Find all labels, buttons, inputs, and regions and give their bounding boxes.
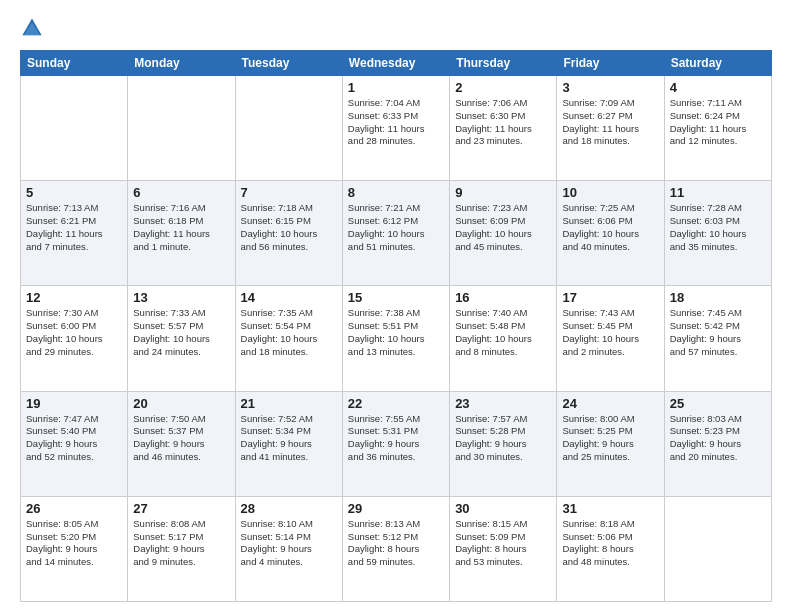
calendar-cell: 25Sunrise: 8:03 AM Sunset: 5:23 PM Dayli… (664, 391, 771, 496)
calendar-cell (235, 76, 342, 181)
day-number: 27 (133, 501, 229, 516)
day-number: 13 (133, 290, 229, 305)
day-info: Sunrise: 8:15 AM Sunset: 5:09 PM Dayligh… (455, 518, 551, 569)
calendar-cell: 7Sunrise: 7:18 AM Sunset: 6:15 PM Daylig… (235, 181, 342, 286)
day-info: Sunrise: 7:55 AM Sunset: 5:31 PM Dayligh… (348, 413, 444, 464)
calendar-cell: 19Sunrise: 7:47 AM Sunset: 5:40 PM Dayli… (21, 391, 128, 496)
calendar-cell (664, 496, 771, 601)
day-info: Sunrise: 7:04 AM Sunset: 6:33 PM Dayligh… (348, 97, 444, 148)
calendar-cell: 2Sunrise: 7:06 AM Sunset: 6:30 PM Daylig… (450, 76, 557, 181)
calendar-cell: 27Sunrise: 8:08 AM Sunset: 5:17 PM Dayli… (128, 496, 235, 601)
day-number: 19 (26, 396, 122, 411)
calendar-cell: 20Sunrise: 7:50 AM Sunset: 5:37 PM Dayli… (128, 391, 235, 496)
day-info: Sunrise: 7:28 AM Sunset: 6:03 PM Dayligh… (670, 202, 766, 253)
day-info: Sunrise: 7:57 AM Sunset: 5:28 PM Dayligh… (455, 413, 551, 464)
day-info: Sunrise: 8:10 AM Sunset: 5:14 PM Dayligh… (241, 518, 337, 569)
day-info: Sunrise: 7:45 AM Sunset: 5:42 PM Dayligh… (670, 307, 766, 358)
calendar-header-wednesday: Wednesday (342, 51, 449, 76)
day-number: 14 (241, 290, 337, 305)
day-number: 20 (133, 396, 229, 411)
day-info: Sunrise: 7:13 AM Sunset: 6:21 PM Dayligh… (26, 202, 122, 253)
header (20, 16, 772, 40)
day-info: Sunrise: 7:47 AM Sunset: 5:40 PM Dayligh… (26, 413, 122, 464)
calendar-table: SundayMondayTuesdayWednesdayThursdayFrid… (20, 50, 772, 602)
day-number: 4 (670, 80, 766, 95)
day-info: Sunrise: 7:33 AM Sunset: 5:57 PM Dayligh… (133, 307, 229, 358)
day-info: Sunrise: 7:11 AM Sunset: 6:24 PM Dayligh… (670, 97, 766, 148)
calendar-cell: 28Sunrise: 8:10 AM Sunset: 5:14 PM Dayli… (235, 496, 342, 601)
calendar-cell: 18Sunrise: 7:45 AM Sunset: 5:42 PM Dayli… (664, 286, 771, 391)
calendar-cell: 17Sunrise: 7:43 AM Sunset: 5:45 PM Dayli… (557, 286, 664, 391)
day-info: Sunrise: 8:18 AM Sunset: 5:06 PM Dayligh… (562, 518, 658, 569)
calendar-header-thursday: Thursday (450, 51, 557, 76)
calendar-cell: 30Sunrise: 8:15 AM Sunset: 5:09 PM Dayli… (450, 496, 557, 601)
day-number: 6 (133, 185, 229, 200)
day-number: 22 (348, 396, 444, 411)
day-info: Sunrise: 7:50 AM Sunset: 5:37 PM Dayligh… (133, 413, 229, 464)
calendar-cell: 6Sunrise: 7:16 AM Sunset: 6:18 PM Daylig… (128, 181, 235, 286)
calendar-cell: 29Sunrise: 8:13 AM Sunset: 5:12 PM Dayli… (342, 496, 449, 601)
calendar-cell (128, 76, 235, 181)
calendar-cell: 4Sunrise: 7:11 AM Sunset: 6:24 PM Daylig… (664, 76, 771, 181)
logo (20, 16, 48, 40)
calendar-cell: 24Sunrise: 8:00 AM Sunset: 5:25 PM Dayli… (557, 391, 664, 496)
day-info: Sunrise: 7:23 AM Sunset: 6:09 PM Dayligh… (455, 202, 551, 253)
calendar-header-monday: Monday (128, 51, 235, 76)
day-info: Sunrise: 8:08 AM Sunset: 5:17 PM Dayligh… (133, 518, 229, 569)
day-info: Sunrise: 7:38 AM Sunset: 5:51 PM Dayligh… (348, 307, 444, 358)
day-number: 11 (670, 185, 766, 200)
day-number: 1 (348, 80, 444, 95)
calendar-cell: 5Sunrise: 7:13 AM Sunset: 6:21 PM Daylig… (21, 181, 128, 286)
calendar-header-tuesday: Tuesday (235, 51, 342, 76)
day-number: 30 (455, 501, 551, 516)
calendar-week-4: 19Sunrise: 7:47 AM Sunset: 5:40 PM Dayli… (21, 391, 772, 496)
day-number: 28 (241, 501, 337, 516)
day-number: 18 (670, 290, 766, 305)
day-number: 23 (455, 396, 551, 411)
day-info: Sunrise: 8:00 AM Sunset: 5:25 PM Dayligh… (562, 413, 658, 464)
calendar-cell: 9Sunrise: 7:23 AM Sunset: 6:09 PM Daylig… (450, 181, 557, 286)
calendar-header-sunday: Sunday (21, 51, 128, 76)
day-info: Sunrise: 8:05 AM Sunset: 5:20 PM Dayligh… (26, 518, 122, 569)
calendar-cell: 31Sunrise: 8:18 AM Sunset: 5:06 PM Dayli… (557, 496, 664, 601)
day-number: 29 (348, 501, 444, 516)
calendar-cell: 10Sunrise: 7:25 AM Sunset: 6:06 PM Dayli… (557, 181, 664, 286)
calendar-cell: 1Sunrise: 7:04 AM Sunset: 6:33 PM Daylig… (342, 76, 449, 181)
calendar-header-friday: Friday (557, 51, 664, 76)
day-info: Sunrise: 7:35 AM Sunset: 5:54 PM Dayligh… (241, 307, 337, 358)
day-number: 5 (26, 185, 122, 200)
day-number: 12 (26, 290, 122, 305)
day-number: 10 (562, 185, 658, 200)
calendar-cell: 16Sunrise: 7:40 AM Sunset: 5:48 PM Dayli… (450, 286, 557, 391)
page: SundayMondayTuesdayWednesdayThursdayFrid… (0, 0, 792, 612)
day-info: Sunrise: 7:21 AM Sunset: 6:12 PM Dayligh… (348, 202, 444, 253)
day-info: Sunrise: 7:30 AM Sunset: 6:00 PM Dayligh… (26, 307, 122, 358)
day-number: 2 (455, 80, 551, 95)
day-number: 15 (348, 290, 444, 305)
logo-icon (20, 16, 44, 40)
day-number: 31 (562, 501, 658, 516)
calendar-cell (21, 76, 128, 181)
day-number: 21 (241, 396, 337, 411)
day-number: 7 (241, 185, 337, 200)
day-number: 26 (26, 501, 122, 516)
day-info: Sunrise: 8:03 AM Sunset: 5:23 PM Dayligh… (670, 413, 766, 464)
calendar-cell: 23Sunrise: 7:57 AM Sunset: 5:28 PM Dayli… (450, 391, 557, 496)
day-info: Sunrise: 7:18 AM Sunset: 6:15 PM Dayligh… (241, 202, 337, 253)
day-number: 9 (455, 185, 551, 200)
day-info: Sunrise: 7:06 AM Sunset: 6:30 PM Dayligh… (455, 97, 551, 148)
calendar-header-saturday: Saturday (664, 51, 771, 76)
calendar-week-2: 5Sunrise: 7:13 AM Sunset: 6:21 PM Daylig… (21, 181, 772, 286)
day-info: Sunrise: 7:16 AM Sunset: 6:18 PM Dayligh… (133, 202, 229, 253)
day-number: 16 (455, 290, 551, 305)
day-number: 8 (348, 185, 444, 200)
calendar-header-row: SundayMondayTuesdayWednesdayThursdayFrid… (21, 51, 772, 76)
calendar-week-1: 1Sunrise: 7:04 AM Sunset: 6:33 PM Daylig… (21, 76, 772, 181)
calendar-cell: 22Sunrise: 7:55 AM Sunset: 5:31 PM Dayli… (342, 391, 449, 496)
calendar-cell: 21Sunrise: 7:52 AM Sunset: 5:34 PM Dayli… (235, 391, 342, 496)
day-number: 25 (670, 396, 766, 411)
calendar-cell: 15Sunrise: 7:38 AM Sunset: 5:51 PM Dayli… (342, 286, 449, 391)
calendar-cell: 26Sunrise: 8:05 AM Sunset: 5:20 PM Dayli… (21, 496, 128, 601)
calendar-cell: 14Sunrise: 7:35 AM Sunset: 5:54 PM Dayli… (235, 286, 342, 391)
day-info: Sunrise: 8:13 AM Sunset: 5:12 PM Dayligh… (348, 518, 444, 569)
